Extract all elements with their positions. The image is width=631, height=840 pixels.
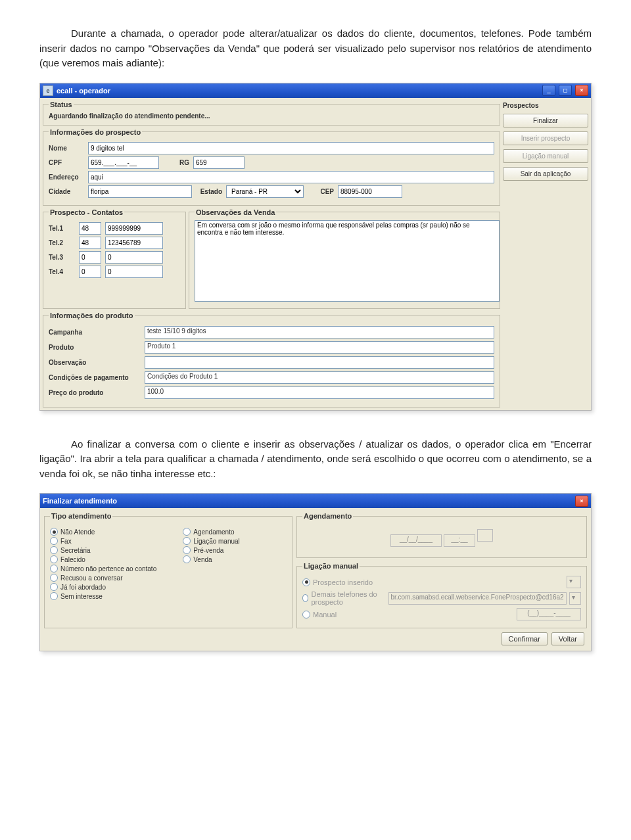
agendamento-legend: Agendamento bbox=[302, 512, 353, 520]
radio-falecido[interactable]: Falecido bbox=[50, 555, 156, 563]
cond-value: Condições do Produto 1 bbox=[145, 371, 494, 384]
tipo-atendimento-group: Tipo atendimento Não Atende Fax Secretár… bbox=[44, 512, 292, 628]
dropdown-icon: ▾ bbox=[567, 576, 581, 588]
obs-group: Observações da Venda Em conversa com sr … bbox=[189, 208, 500, 309]
tel2-ddd[interactable] bbox=[79, 237, 101, 249]
estado-select[interactable]: Paraná - PR bbox=[226, 185, 304, 198]
tipo-col-2: Agendamento Ligação manual Pré-venda Ven… bbox=[183, 526, 240, 601]
manual-phone-input: (__)____-____ bbox=[517, 608, 581, 620]
tel-row: Tel.4 bbox=[49, 266, 180, 278]
nome-input[interactable] bbox=[88, 142, 494, 154]
cidade-input[interactable] bbox=[88, 185, 192, 198]
radio-icon bbox=[302, 578, 310, 586]
window-title: ecall - operador bbox=[57, 87, 539, 95]
paragraph-1: Durante a chamada, o operador pode alter… bbox=[39, 26, 592, 71]
demais-value: br.com.samabsd.ecall.webservice.FonePros… bbox=[388, 592, 567, 605]
preco-label: Preço do produto bbox=[49, 389, 141, 396]
close-button[interactable]: × bbox=[575, 496, 588, 507]
campanha-label: Campanha bbox=[49, 329, 141, 336]
tel3-num[interactable] bbox=[105, 251, 163, 264]
obs-textarea[interactable]: Em conversa com sr joão o mesmo informa … bbox=[195, 220, 500, 302]
tel1-ddd[interactable] bbox=[79, 222, 101, 235]
cep-input[interactable] bbox=[338, 185, 402, 198]
radio-nao-atende[interactable]: Não Atende bbox=[50, 528, 156, 536]
finalizar-window: Finalizar atendimento × Tipo atendimento… bbox=[39, 493, 592, 651]
tel2-label: Tel.2 bbox=[49, 239, 75, 246]
radio-icon bbox=[50, 528, 58, 536]
cond-label: Condições de pagamento bbox=[49, 374, 141, 381]
radio-venda[interactable]: Venda bbox=[183, 555, 240, 563]
radio-icon bbox=[183, 528, 191, 536]
radio-pre-venda[interactable]: Pré-venda bbox=[183, 546, 240, 554]
radio-agendamento[interactable]: Agendamento bbox=[183, 528, 240, 536]
tel4-num[interactable] bbox=[105, 266, 163, 278]
titlebar[interactable]: e ecall - operador _ □ × bbox=[40, 83, 591, 98]
inserir-prospecto-button[interactable]: Inserir prospecto bbox=[503, 131, 588, 145]
tel-row: Tel.1 bbox=[49, 222, 180, 235]
maximize-button[interactable]: □ bbox=[559, 85, 572, 96]
radio-ligacao-manual[interactable]: Ligação manual bbox=[183, 537, 240, 545]
operador-window: e ecall - operador _ □ × Status Aguardan… bbox=[39, 83, 592, 411]
sair-button[interactable]: Sair da aplicação bbox=[503, 167, 588, 181]
agendamento-group: Agendamento __/__/____ __:__ bbox=[296, 512, 587, 558]
radio-icon bbox=[183, 546, 191, 554]
minimize-button[interactable]: _ bbox=[542, 85, 555, 96]
radio-sem-interesse[interactable]: Sem interesse bbox=[50, 592, 156, 600]
observacao-label: Observação bbox=[49, 359, 141, 366]
radio-demais-telefones: Demais telefones do prospecto br.com.sam… bbox=[302, 590, 581, 606]
cep-label: CEP bbox=[308, 188, 334, 195]
cpf-input[interactable] bbox=[88, 156, 159, 169]
status-legend: Status bbox=[49, 101, 74, 108]
radio-icon bbox=[183, 555, 191, 563]
tel1-label: Tel.1 bbox=[49, 225, 75, 232]
tel2-num[interactable] bbox=[105, 237, 163, 249]
app-icon: e bbox=[43, 85, 53, 96]
voltar-button[interactable]: Voltar bbox=[551, 632, 584, 645]
radio-icon bbox=[50, 555, 58, 563]
titlebar[interactable]: Finalizar atendimento × bbox=[40, 494, 591, 508]
radio-icon bbox=[50, 583, 58, 591]
ligacao-manual-button[interactable]: Ligação manual bbox=[503, 149, 588, 163]
radio-numero-nao-pertence[interactable]: Número não pertence ao contato bbox=[50, 565, 156, 572]
close-button[interactable]: × bbox=[575, 85, 588, 96]
paragraph-2: Ao finalizar a conversa com o cliente e … bbox=[39, 437, 592, 482]
radio-manual: Manual (__)____-____ bbox=[302, 608, 581, 620]
radio-secretaria[interactable]: Secretária bbox=[50, 546, 156, 554]
radio-icon bbox=[302, 594, 308, 602]
finalizar-button[interactable]: Finalizar bbox=[503, 114, 588, 128]
radio-icon bbox=[50, 574, 58, 582]
prospect-info-group: Informações do prospecto Nome CPF RG End… bbox=[43, 128, 500, 206]
radio-prospecto-inserido: Prospecto inserido ▾ bbox=[302, 576, 581, 588]
radio-icon bbox=[50, 546, 58, 554]
tel3-label: Tel.3 bbox=[49, 254, 75, 261]
estado-label: Estado bbox=[196, 188, 222, 195]
confirmar-button[interactable]: Confirmar bbox=[502, 632, 548, 645]
dropdown-icon: ▾ bbox=[569, 592, 581, 605]
rg-input[interactable] bbox=[193, 156, 245, 169]
cpf-label: CPF bbox=[49, 159, 84, 166]
nome-label: Nome bbox=[49, 145, 84, 152]
endereco-label: Endereço bbox=[49, 174, 84, 181]
rg-label: RG bbox=[163, 159, 189, 166]
ligacao-legend: Ligação manual bbox=[302, 562, 360, 570]
endereco-input[interactable] bbox=[88, 171, 494, 183]
obs-legend: Observações da Venda bbox=[195, 208, 276, 216]
produto-label: Produto bbox=[49, 344, 141, 351]
tel4-ddd[interactable] bbox=[79, 266, 101, 278]
cidade-label: Cidade bbox=[49, 188, 84, 195]
produto-value: Produto 1 bbox=[145, 341, 494, 354]
radio-ja-abordado[interactable]: Já foi abordado bbox=[50, 583, 156, 591]
status-group: Status Aguardando finalização do atendim… bbox=[43, 101, 500, 126]
tipo-legend: Tipo atendimento bbox=[50, 512, 112, 520]
tel3-ddd[interactable] bbox=[79, 251, 101, 264]
tel-row: Tel.2 bbox=[49, 237, 180, 249]
ag-time-input: __:__ bbox=[444, 534, 475, 547]
radio-fax[interactable]: Fax bbox=[50, 537, 156, 545]
contacts-group: Prospecto - Contatos Tel.1 Tel.2 Tel.3 bbox=[43, 208, 186, 309]
radio-recusou[interactable]: Recusou a conversar bbox=[50, 574, 156, 582]
preco-value: 100.0 bbox=[145, 386, 494, 399]
ag-picker-button bbox=[477, 529, 493, 542]
prospects-label: Prospectos bbox=[503, 102, 588, 109]
tel1-num[interactable] bbox=[105, 222, 163, 235]
radio-icon bbox=[50, 592, 58, 600]
